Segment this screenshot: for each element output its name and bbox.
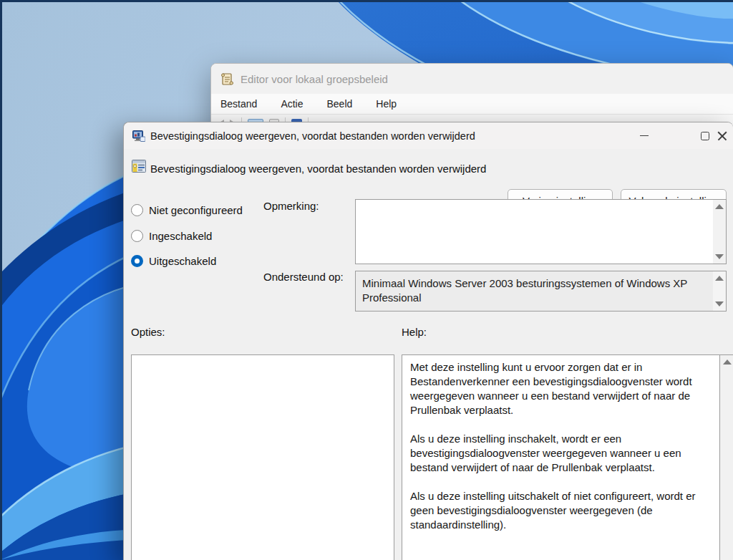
supported-on-box: Minimaal Windows Server 2003 besturingss… bbox=[355, 271, 727, 312]
scroll-up-icon[interactable] bbox=[723, 359, 732, 365]
menu-bestand[interactable]: Bestand bbox=[220, 95, 257, 112]
help-label: Help: bbox=[402, 326, 427, 338]
comment-label: Opmerking: bbox=[263, 200, 319, 212]
scroll-up-icon[interactable] bbox=[715, 276, 724, 281]
screen-edge-top bbox=[0, 0, 733, 2]
gpedit-window-title: Editor voor lokaal groepsbeleid bbox=[241, 73, 388, 85]
comment-scrollbar[interactable] bbox=[713, 200, 726, 264]
radio-circle-icon bbox=[131, 204, 143, 216]
supported-value: Minimaal Windows Server 2003 besturingss… bbox=[362, 277, 687, 304]
policy-setting-icon bbox=[132, 160, 146, 173]
menu-actie[interactable]: Actie bbox=[281, 95, 303, 112]
radio-circle-icon bbox=[131, 230, 143, 242]
supported-label: Ondersteund op: bbox=[263, 271, 344, 283]
radio-enabled[interactable]: Ingeschakeld bbox=[131, 228, 212, 243]
dialog-titlebar[interactable]: Bevestigingsdialoog weergeven, voordat b… bbox=[124, 122, 733, 149]
help-paragraph: Met deze instelling kunt u ervoor zorgen… bbox=[410, 360, 715, 417]
dialog-title: Bevestigingsdialoog weergeven, voordat b… bbox=[150, 130, 475, 142]
help-paragraph: Als u deze instelling inschakelt, wordt … bbox=[410, 432, 715, 475]
setting-header: Bevestigingsdialoog weergeven, voordat b… bbox=[124, 149, 733, 193]
help-panel: Met deze instelling kunt u ervoor zorgen… bbox=[402, 354, 733, 560]
policy-setting-dialog: Bevestigingsdialoog weergeven, voordat b… bbox=[123, 122, 733, 560]
help-scrollbar[interactable] bbox=[719, 355, 733, 560]
help-text: Met deze instelling kunt u ervoor zorgen… bbox=[402, 355, 719, 560]
menu-beeld[interactable]: Beeld bbox=[327, 95, 353, 112]
options-panel[interactable] bbox=[131, 354, 394, 560]
policy-monitor-icon bbox=[132, 130, 145, 142]
minimize-icon bbox=[640, 135, 649, 137]
supported-scrollbar[interactable] bbox=[713, 271, 726, 311]
minimize-button[interactable] bbox=[628, 122, 660, 149]
radio-circle-icon bbox=[131, 255, 143, 267]
scroll-down-icon[interactable] bbox=[715, 254, 724, 259]
scroll-icon bbox=[220, 72, 234, 86]
close-icon bbox=[717, 131, 727, 141]
gpedit-titlebar[interactable]: Editor voor lokaal groepsbeleid bbox=[211, 64, 733, 94]
close-button[interactable] bbox=[709, 122, 733, 149]
gpedit-menubar: Bestand Actie Beeld Help bbox=[211, 94, 733, 114]
menu-help[interactable]: Help bbox=[376, 95, 397, 112]
desktop: Editor voor lokaal groepsbeleid Bestand … bbox=[0, 0, 733, 560]
scroll-down-icon[interactable] bbox=[715, 301, 724, 306]
options-label: Opties: bbox=[131, 326, 165, 338]
maximize-icon bbox=[701, 132, 709, 140]
help-paragraph: Als u deze instelling uitschakelt of nie… bbox=[410, 489, 715, 532]
screen-edge-left bbox=[0, 0, 2, 560]
scroll-up-icon[interactable] bbox=[715, 204, 724, 209]
setting-name: Bevestigingsdialoog weergeven, voordat b… bbox=[150, 163, 486, 175]
comment-textarea[interactable] bbox=[355, 199, 727, 264]
radio-not-configured[interactable]: Niet geconfigureerd bbox=[131, 202, 243, 218]
radio-disabled[interactable]: Uitgeschakeld bbox=[131, 253, 216, 269]
